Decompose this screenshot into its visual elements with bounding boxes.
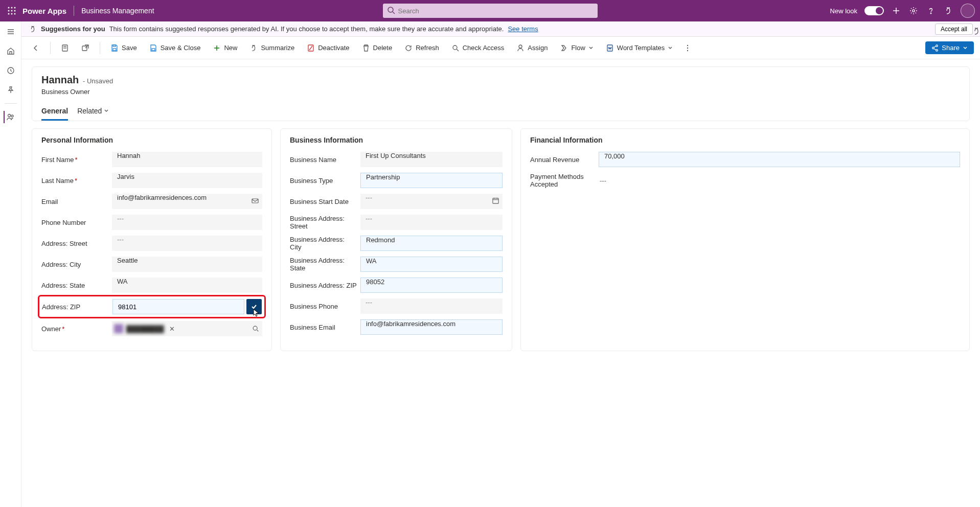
svg-point-43: [253, 326, 257, 330]
waffle-icon[interactable]: [5, 4, 18, 17]
more-commands-button[interactable]: [681, 42, 694, 54]
copilot-panel-toggle[interactable]: [972, 27, 980, 36]
home-icon[interactable]: [5, 45, 17, 57]
nav-divider: [5, 103, 17, 104]
address-zip-input[interactable]: [112, 299, 244, 314]
business-email-input[interactable]: info@fabrikamresidences.com: [360, 319, 503, 335]
brand-label: Power Apps: [22, 7, 66, 15]
remove-owner-icon[interactable]: ✕: [169, 325, 175, 333]
highlighted-zip-field: Address: ZIP: [38, 295, 266, 318]
business-name-input[interactable]: First Up Consultants: [360, 152, 503, 167]
recent-icon[interactable]: [5, 64, 17, 77]
address-street-input[interactable]: ---: [112, 236, 262, 251]
assign-button[interactable]: Assign: [512, 42, 552, 54]
svg-line-31: [309, 46, 312, 50]
svg-rect-26: [113, 45, 116, 47]
address-state-input[interactable]: WA: [112, 278, 262, 293]
business-state-input[interactable]: WA: [360, 257, 503, 272]
refresh-button[interactable]: Refresh: [400, 42, 443, 54]
add-icon[interactable]: [891, 6, 901, 16]
business-start-date-input[interactable]: ---: [360, 194, 503, 209]
panel-personal: Personal Information First Name*Hannah L…: [32, 128, 272, 351]
business-zip-input[interactable]: 98052: [360, 278, 503, 293]
svg-point-36: [687, 44, 688, 45]
back-button[interactable]: [28, 42, 44, 54]
business-street-input[interactable]: ---: [360, 215, 503, 230]
app-name: Business Management: [81, 7, 154, 15]
help-icon[interactable]: [926, 6, 936, 16]
save-close-button[interactable]: Save & Close: [145, 42, 205, 54]
address-city-input[interactable]: Seattle: [112, 257, 262, 272]
save-button[interactable]: Save: [106, 42, 141, 54]
svg-rect-25: [113, 49, 116, 51]
gear-icon[interactable]: [908, 6, 919, 16]
phone-input[interactable]: ---: [112, 215, 262, 230]
mail-icon[interactable]: [251, 197, 259, 205]
command-bar: Save Save & Close New Summarize Deactiva…: [21, 37, 980, 59]
copilot-header-icon[interactable]: [943, 6, 953, 16]
entity-nav-icon[interactable]: [4, 111, 16, 123]
svg-point-9: [388, 7, 393, 12]
lookup-icon[interactable]: [252, 325, 259, 332]
email-input[interactable]: info@fabrikamresidences.com: [112, 194, 262, 209]
check-access-button[interactable]: Check Access: [447, 42, 509, 54]
svg-point-3: [8, 10, 10, 12]
svg-point-20: [11, 115, 13, 117]
accept-all-button[interactable]: Accept all: [935, 24, 973, 35]
calendar-icon[interactable]: [492, 197, 499, 204]
svg-point-19: [8, 114, 10, 117]
record-header: Hannah - Unsaved Business Owner General …: [32, 66, 970, 121]
hamburger-icon[interactable]: [5, 26, 17, 38]
first-name-input[interactable]: Hannah: [112, 152, 262, 167]
pin-icon[interactable]: [5, 84, 17, 96]
svg-point-39: [936, 44, 938, 47]
owner-lookup[interactable]: ████████ ✕: [112, 321, 262, 336]
delete-button[interactable]: Delete: [358, 42, 397, 54]
svg-point-6: [8, 13, 10, 15]
search-wrap: [383, 4, 598, 18]
flow-button[interactable]: Flow: [556, 42, 597, 54]
svg-rect-42: [252, 199, 258, 203]
search-icon: [387, 6, 395, 14]
accept-suggestion-button[interactable]: [246, 299, 262, 314]
svg-rect-45: [493, 198, 498, 203]
new-look-toggle[interactable]: [864, 6, 884, 15]
svg-point-13: [913, 10, 915, 12]
copilot-icon: [29, 25, 37, 33]
svg-line-44: [257, 330, 259, 332]
tab-general[interactable]: General: [41, 103, 68, 121]
business-phone-input[interactable]: ---: [360, 298, 503, 314]
svg-point-5: [14, 10, 16, 12]
panel-business: Business Information Business NameFirst …: [280, 128, 512, 351]
summarize-button[interactable]: Summarize: [245, 42, 299, 54]
svg-point-32: [453, 45, 457, 50]
svg-point-37: [687, 47, 688, 48]
svg-point-14: [930, 13, 931, 14]
new-button[interactable]: New: [209, 42, 241, 54]
word-templates-button[interactable]: Word Templates: [602, 42, 677, 54]
payment-methods-value[interactable]: ---: [599, 177, 606, 185]
side-nav: [0, 21, 21, 507]
annual-revenue-input[interactable]: 70,000: [599, 152, 960, 167]
open-new-window-button[interactable]: [77, 42, 94, 54]
last-name-input[interactable]: Jarvis: [112, 173, 262, 188]
form-selector-button[interactable]: [57, 42, 73, 54]
header-divider: [74, 6, 74, 16]
svg-point-1: [11, 7, 13, 9]
svg-point-2: [14, 7, 16, 9]
record-subtitle: Business Owner: [41, 88, 960, 96]
suggestion-text: This form contains suggested responses g…: [109, 25, 504, 33]
tab-related[interactable]: Related: [77, 103, 109, 121]
svg-point-38: [687, 50, 688, 51]
svg-point-7: [11, 13, 13, 15]
panel-financial: Financial Information Annual Revenue70,0…: [520, 128, 970, 351]
panel-heading-business: Business Information: [290, 136, 503, 144]
share-button[interactable]: Share: [925, 41, 974, 54]
svg-line-10: [393, 12, 395, 14]
see-terms-link[interactable]: See terms: [508, 25, 538, 33]
business-city-input[interactable]: Redmond: [360, 236, 503, 251]
deactivate-button[interactable]: Deactivate: [303, 42, 353, 54]
global-search-input[interactable]: [383, 4, 598, 18]
business-type-input[interactable]: Partnership: [360, 173, 503, 188]
user-avatar[interactable]: [961, 4, 975, 18]
